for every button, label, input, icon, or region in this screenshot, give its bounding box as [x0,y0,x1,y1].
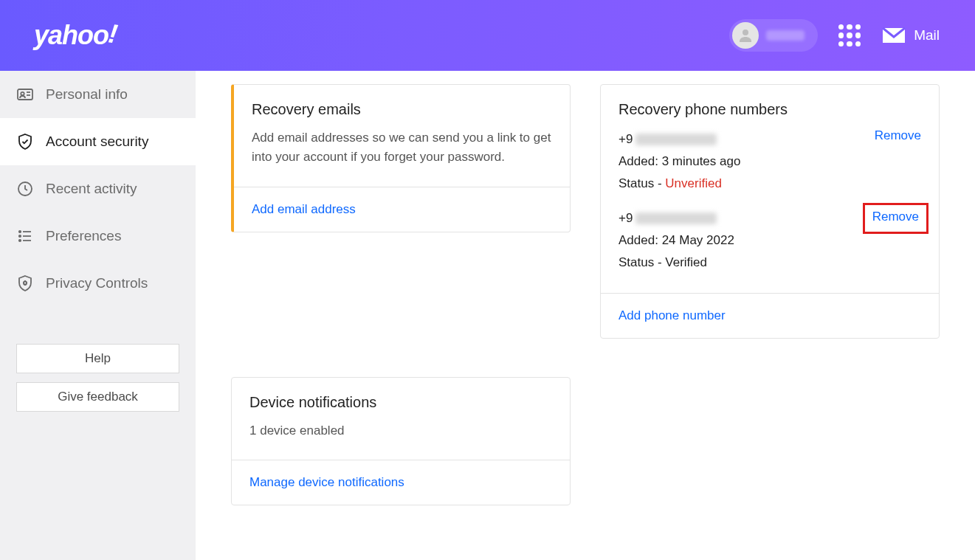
phone-added-value: 24 May 2022 [662,233,734,247]
device-count: 1 device enabled [249,421,552,440]
sidebar-item-personal-info[interactable]: Personal info [0,71,196,118]
account-name-redacted [766,30,805,41]
shield-check-icon [16,133,34,151]
sidebar-item-privacy-controls[interactable]: Privacy Controls [0,260,196,307]
sidebar-item-account-security[interactable]: Account security [0,118,196,165]
yahoo-logo[interactable]: yahoo! [34,20,117,51]
sidebar: Personal info Account security Recent ac… [0,71,196,560]
avatar-icon [732,22,759,49]
clock-icon [16,180,34,198]
svg-point-6 [19,231,21,232]
device-notifications-card: Device notifications 1 device enabled Ma… [231,377,571,505]
apps-launcher-icon[interactable] [838,24,861,46]
shield-gear-icon [16,274,34,292]
card-title: Recovery phone numbers [619,101,921,118]
sidebar-item-label: Personal info [46,86,128,103]
help-button[interactable]: Help [16,344,179,373]
sidebar-item-label: Privacy Controls [46,275,148,291]
sidebar-item-label: Recent activity [46,181,137,197]
mail-link[interactable]: Mail [881,27,940,44]
svg-point-2 [21,92,24,95]
phone-status-value: Verified [665,255,707,269]
phone-number: +9 [619,128,740,151]
mail-label: Mail [914,27,940,44]
account-chip[interactable] [729,19,818,52]
add-email-address-link[interactable]: Add email address [252,202,356,216]
svg-point-10 [19,240,21,241]
main-content: Recovery emails Add email addresses so w… [196,71,975,560]
list-icon [16,227,34,245]
svg-point-8 [19,235,21,237]
phone-number: +9 [619,207,734,229]
sidebar-item-preferences[interactable]: Preferences [0,212,196,260]
sidebar-item-recent-activity[interactable]: Recent activity [0,165,196,212]
remove-phone-link[interactable]: Remove [875,128,921,143]
sidebar-item-label: Preferences [46,228,121,244]
phone-entry: +9 Added: 3 minutes ago Status - Unverif… [619,128,921,194]
phone-added-value: 3 minutes ago [662,154,741,168]
mail-icon [881,27,906,44]
add-phone-number-link[interactable]: Add phone number [619,308,726,322]
card-description: Add email addresses so we can send you a… [252,128,552,167]
manage-device-notifications-link[interactable]: Manage device notifications [249,475,404,489]
card-title: Device notifications [249,394,552,411]
id-card-icon [16,86,34,103]
sidebar-item-label: Account security [46,134,148,150]
recovery-phones-card: Recovery phone numbers +9 Added: 3 minut… [600,84,940,339]
phone-redacted [635,212,717,224]
phone-status-value: Unverified [665,176,722,190]
svg-point-0 [743,30,748,35]
give-feedback-button[interactable]: Give feedback [16,382,179,412]
app-header: yahoo! Mail [0,0,975,71]
phone-redacted [635,134,717,145]
remove-phone-link-highlighted[interactable]: Remove [863,203,929,234]
recovery-emails-card: Recovery emails Add email addresses so w… [231,84,571,232]
phone-entry: +9 Added: 24 May 2022 Status - Verified … [619,207,921,273]
card-title: Recovery emails [252,101,552,118]
